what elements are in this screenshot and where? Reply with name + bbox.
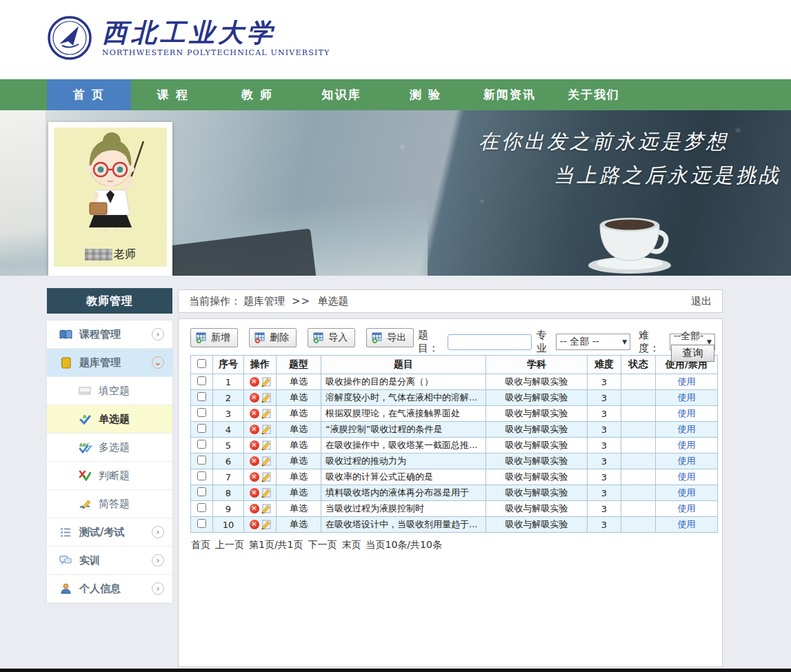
usage-toggle-link[interactable]: 使用	[678, 519, 696, 529]
sidebar-item-course-management[interactable]: 课程管理 ›	[47, 320, 172, 349]
pagination-first[interactable]: 首页	[191, 539, 210, 551]
nav-item-about[interactable]: 关于我们	[552, 79, 636, 110]
edit-row-icon[interactable]	[261, 377, 271, 387]
import-button[interactable]: 导入	[308, 328, 355, 347]
delete-row-icon[interactable]: ✕	[250, 520, 259, 529]
nav-item-quiz[interactable]: 测 验	[383, 79, 468, 110]
nav-item-teachers[interactable]: 教 师	[215, 79, 299, 110]
row-checkbox[interactable]	[197, 471, 206, 480]
export-button[interactable]: 导出	[366, 328, 414, 347]
edit-row-icon[interactable]	[261, 472, 271, 482]
delete-row-icon[interactable]: ✕	[250, 456, 259, 466]
censored-name	[85, 249, 112, 261]
nav-item-knowledge-base[interactable]: 知识库	[299, 79, 383, 110]
usage-toggle-link[interactable]: 使用	[678, 424, 696, 434]
sidebar-item-tests-exams[interactable]: 测试/考试 ›	[47, 518, 172, 547]
row-no: 9	[213, 501, 244, 517]
pagination-last[interactable]: 末页	[342, 539, 361, 551]
row-checkbox[interactable]	[197, 503, 206, 512]
sidebar-item-multi-choice[interactable]: ABC 多选题	[47, 434, 172, 462]
pagination-count-info: 当页10条/共10条	[366, 539, 442, 551]
row-subject: 吸收与解吸实验	[486, 485, 588, 501]
sidebar-item-short-answer[interactable]: 简答题	[47, 490, 172, 518]
top-header: 西北工业大学 NORTHWESTERN POLYTECHNICAL UNIVER…	[0, 0, 791, 79]
query-button[interactable]: 查询	[671, 345, 714, 362]
usage-toggle-link[interactable]: 使用	[678, 503, 696, 513]
edit-row-icon[interactable]	[261, 409, 271, 418]
usage-toggle-link[interactable]: 使用	[678, 376, 696, 387]
row-status	[621, 406, 656, 422]
row-checkbox[interactable]	[197, 408, 206, 417]
title-filter-input[interactable]	[448, 334, 532, 350]
row-status	[621, 501, 656, 517]
sidebar-item-single-choice[interactable]: A 单选题	[47, 405, 172, 434]
usage-toggle-link[interactable]: 使用	[678, 392, 696, 403]
delete-row-icon[interactable]: ✕	[250, 488, 259, 498]
coffee-cup-image	[584, 197, 675, 274]
delete-row-icon[interactable]: ✕	[250, 393, 259, 403]
row-no: 1	[213, 374, 244, 390]
sidebar-item-true-false[interactable]: 判断题	[47, 462, 172, 490]
row-usage-cell: 使用	[656, 438, 718, 454]
row-checkbox[interactable]	[197, 392, 206, 401]
table-row: 5✕单选在吸收操作中，吸收塔某一截面总推...吸收与解吸实验3使用	[191, 438, 718, 454]
row-action-icons: ✕	[246, 504, 274, 513]
usage-toggle-link[interactable]: 使用	[678, 408, 696, 418]
delete-row-icon[interactable]: ✕	[250, 425, 259, 434]
row-difficulty: 3	[588, 390, 621, 406]
single-check-icon: A	[77, 414, 92, 425]
usage-toggle-link[interactable]: 使用	[678, 487, 696, 498]
table-row: 9✕单选当吸收过程为液膜控制时吸收与解吸实验3使用	[191, 501, 718, 517]
dropdown-arrow-icon: ▼	[622, 338, 627, 345]
delete-row-icon[interactable]: ✕	[250, 409, 259, 418]
edit-row-icon[interactable]	[261, 456, 271, 466]
usage-toggle-link[interactable]: 使用	[678, 456, 696, 466]
delete-button[interactable]: 删除	[249, 328, 297, 347]
usage-toggle-link[interactable]: 使用	[678, 440, 696, 450]
row-subject: 吸收与解吸实验	[486, 422, 588, 438]
delete-row-icon[interactable]: ✕	[250, 472, 259, 482]
edit-row-icon[interactable]	[261, 425, 271, 434]
sidebar-item-personal-info[interactable]: 个人信息 ›	[47, 575, 172, 603]
row-type: 单选	[277, 390, 321, 406]
sidebar-item-fill-blank[interactable]: 填空题	[47, 377, 172, 405]
edit-row-icon[interactable]	[261, 440, 271, 450]
question-table: 序号 操作 题型 题目 学科 难度 状态 使用/禁用 1✕单选吸收操作的目的是分…	[190, 355, 718, 533]
row-checkbox[interactable]	[197, 456, 206, 465]
nav-item-news[interactable]: 新闻资讯	[468, 79, 552, 110]
row-type: 单选	[277, 422, 321, 438]
row-checkbox[interactable]	[197, 376, 206, 385]
teacher-avatar-background: 老师	[54, 128, 167, 267]
edit-row-icon[interactable]	[261, 393, 271, 403]
row-type: 单选	[277, 454, 321, 469]
delete-row-icon[interactable]: ✕	[250, 440, 259, 450]
page: 西北工业大学 NORTHWESTERN POLYTECHNICAL UNIVER…	[0, 0, 791, 672]
row-checkbox[interactable]	[197, 519, 206, 528]
row-checkbox[interactable]	[197, 424, 206, 433]
sidebar-item-practical-training[interactable]: 实训 ›	[47, 547, 172, 575]
sidebar-item-question-bank[interactable]: 题库管理 ⌄	[47, 349, 172, 377]
row-checkbox[interactable]	[197, 440, 206, 449]
nav-item-courses[interactable]: 课 程	[131, 79, 215, 110]
delete-row-icon[interactable]: ✕	[250, 377, 259, 387]
pagination-prev[interactable]: 上一页	[215, 539, 244, 551]
row-actions: ✕	[244, 501, 277, 517]
select-all-checkbox[interactable]	[197, 359, 206, 368]
add-button[interactable]: 新增	[190, 328, 238, 347]
table-row: 8✕单选填料吸收塔内的液体再分布器是用于吸收与解吸实验3使用	[191, 485, 718, 501]
nav-item-home[interactable]: 首 页	[47, 79, 131, 110]
delete-row-icon[interactable]: ✕	[250, 504, 259, 513]
row-usage-cell: 使用	[656, 485, 718, 501]
banner: 在你出发之前永远是梦想 当上路之后永远是挑战	[0, 110, 791, 276]
edit-row-icon[interactable]	[261, 520, 271, 529]
pagination-next[interactable]: 下一页	[308, 539, 337, 551]
edit-row-icon[interactable]	[261, 504, 271, 513]
row-difficulty: 3	[588, 469, 621, 485]
logout-link[interactable]: 退出	[691, 295, 712, 308]
major-select[interactable]: -- 全部 -- ▼	[556, 334, 631, 350]
row-checkbox[interactable]	[197, 487, 206, 496]
edit-row-icon[interactable]	[261, 488, 271, 498]
row-checkbox-cell	[191, 422, 213, 438]
row-action-icons: ✕	[246, 440, 274, 450]
usage-toggle-link[interactable]: 使用	[678, 471, 696, 482]
